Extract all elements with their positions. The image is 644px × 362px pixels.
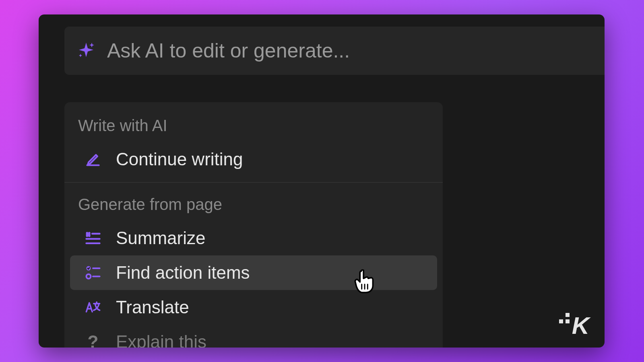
pencil-line-icon	[84, 150, 102, 169]
watermark-logo: K	[559, 312, 588, 339]
section-header-generate: Generate from page	[64, 190, 443, 221]
ai-prompt-input[interactable]	[107, 39, 605, 62]
question-icon: ?	[84, 332, 102, 348]
watermark-letter: K	[572, 312, 588, 339]
ai-menu-window: Write with AI Continue writing Generate …	[39, 14, 605, 348]
menu-item-label: Translate	[116, 297, 189, 317]
watermark-dots-icon	[559, 313, 570, 323]
action-items-icon	[84, 263, 102, 282]
menu-item-continue-writing[interactable]: Continue writing	[70, 142, 437, 177]
sparkle-icon	[76, 41, 96, 60]
menu-divider	[64, 182, 443, 183]
menu-item-label: Continue writing	[116, 149, 243, 169]
svg-point-1	[87, 274, 91, 279]
menu-item-summarize[interactable]: Summarize	[70, 221, 437, 255]
summarize-icon	[84, 229, 102, 247]
section-header-write: Write with AI	[64, 111, 443, 142]
menu-item-label: Explain this	[116, 332, 206, 348]
menu-item-explain-this[interactable]: ? Explain this	[70, 325, 437, 348]
menu-item-find-action-items[interactable]: Find action items	[70, 255, 437, 290]
ai-prompt-bar[interactable]	[64, 27, 605, 75]
ai-actions-menu: Write with AI Continue writing Generate …	[64, 102, 443, 348]
menu-item-label: Summarize	[116, 228, 206, 248]
menu-item-translate[interactable]: Translate	[70, 290, 437, 325]
menu-item-label: Find action items	[116, 263, 250, 283]
translate-icon	[84, 298, 102, 317]
